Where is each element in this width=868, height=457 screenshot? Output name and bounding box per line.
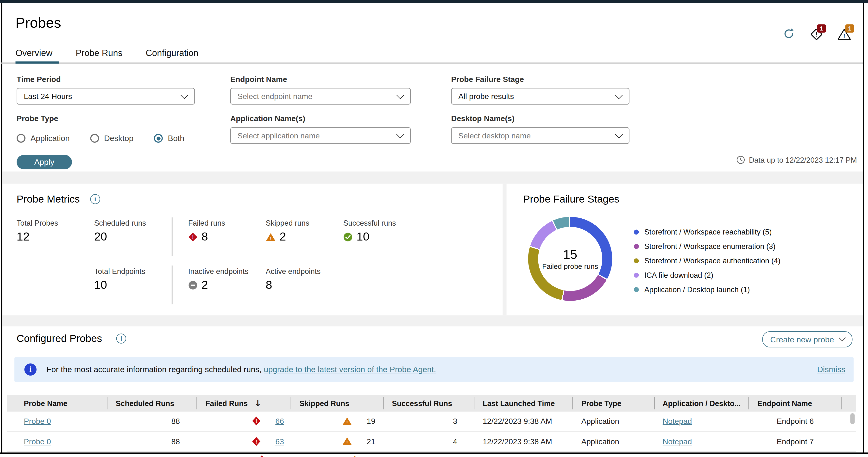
failed-runs-link[interactable]: 63: [275, 437, 284, 446]
chevron-down-icon: [615, 130, 623, 138]
probe-failure-stage-select[interactable]: All probe results: [451, 88, 629, 104]
col-probe-type[interactable]: Probe Type: [572, 399, 654, 407]
application-names-select[interactable]: Select application name: [230, 127, 411, 144]
warnings-icon[interactable]: ! 1: [837, 28, 851, 41]
col-scheduled-runs[interactable]: Scheduled Runs: [107, 399, 196, 407]
time-period-label: Time Period: [17, 75, 61, 84]
inactive-minus-icon: [188, 280, 198, 290]
frame-border-left: [1, 3, 2, 454]
probe-type-radio-group: Application Desktop Both: [17, 134, 184, 143]
total-probes-value: 12: [17, 230, 30, 243]
header-divider: [474, 397, 474, 410]
metric-value: 12: [17, 230, 30, 243]
chevron-down-icon: [615, 91, 623, 99]
successful-runs-cell: 4: [453, 437, 457, 446]
scheduled-runs-value: 20: [94, 230, 107, 243]
radio-both-label: Both: [168, 134, 184, 143]
header-divider: [383, 397, 383, 410]
last-launched-cell: 12/22/2023 9:38 AM: [483, 417, 552, 426]
svg-text:!: !: [256, 418, 257, 424]
endpoint-name-placeholder: Select endpoint name: [238, 92, 313, 101]
card-gap: [502, 184, 506, 315]
configured-probes-info-icon[interactable]: i: [116, 333, 126, 344]
refresh-icon[interactable]: [783, 28, 795, 40]
banner-text: For the most accurate information regard…: [46, 365, 436, 374]
desktop-names-select[interactable]: Select desktop name: [451, 127, 629, 144]
table-scrollbar-thumb[interactable]: [850, 413, 855, 424]
svg-text:!: !: [843, 33, 845, 39]
skipped-runs-cell: 21: [367, 437, 375, 446]
table-row: Probe 0 88 ! 63 ! 21 4 12/22/2023 9:38 A…: [7, 432, 856, 452]
failed-runs-value: 8: [202, 230, 208, 243]
chevron-down-icon: [838, 334, 845, 341]
info-icon: i: [24, 363, 36, 376]
metric-divider: [172, 265, 173, 304]
radio-desktop[interactable]: Desktop: [90, 134, 133, 143]
legend-label: ICA file download (2): [644, 271, 713, 280]
probe-metrics-info-icon[interactable]: i: [90, 194, 100, 204]
tab-overview[interactable]: Overview: [16, 48, 53, 58]
col-successful-runs[interactable]: Successful Runs: [383, 399, 474, 407]
chevron-down-icon: [396, 130, 404, 138]
metric-value: ! 2: [266, 230, 286, 243]
radio-application[interactable]: Application: [17, 134, 70, 143]
probe-metrics-title: Probe Metrics: [17, 193, 80, 205]
col-application-desktop[interactable]: Application / Deskto...: [654, 399, 748, 407]
tab-configuration[interactable]: Configuration: [146, 48, 198, 58]
metric-label: Skipped runs: [266, 219, 309, 228]
configured-probes-title: Configured Probes: [17, 332, 102, 345]
partial-row-skipped-icon: [350, 454, 372, 457]
alerts-icon[interactable]: ! 1: [810, 28, 823, 41]
failed-diamond-icon: !: [252, 436, 261, 446]
col-endpoint-name[interactable]: Endpoint Name: [748, 399, 842, 407]
dismiss-link[interactable]: Dismiss: [817, 365, 845, 374]
header-divider: [841, 397, 842, 410]
application-link[interactable]: Notepad: [663, 437, 692, 446]
endpoint-name-select[interactable]: Select endpoint name: [230, 88, 411, 104]
application-link[interactable]: Notepad: [663, 417, 692, 426]
successful-runs-value: 10: [356, 230, 370, 243]
application-names-placeholder: Select application name: [238, 131, 320, 140]
col-failed-runs[interactable]: Failed Runs ↓: [196, 398, 290, 408]
metric-label: Active endpoints: [266, 267, 320, 275]
tab-divider: [1, 62, 863, 63]
radio-desktop-label: Desktop: [104, 134, 133, 143]
metric-divider: [172, 218, 173, 256]
probe-name-link[interactable]: Probe 0: [24, 437, 51, 446]
radio-circle-icon: [90, 134, 99, 143]
skipped-runs-value: 2: [280, 230, 286, 243]
skipped-triangle-icon: !: [342, 416, 352, 426]
probe-type-cell: Application: [581, 417, 619, 426]
configured-probes-table: Probe Name Scheduled Runs Failed Runs ↓ …: [7, 395, 856, 452]
skipped-runs-cell: 19: [367, 417, 375, 426]
scheduled-runs-cell: 88: [171, 437, 180, 446]
header-divider: [291, 397, 291, 410]
skipped-triangle-icon: !: [342, 436, 352, 446]
chevron-down-icon: [396, 91, 404, 99]
table-row: Probe 0 88 ! 66 ! 19 3 12/22/2023 9:38 A…: [7, 412, 856, 432]
col-last-launched-time[interactable]: Last Launched Time: [474, 399, 572, 407]
probe-failure-stages-title: Probe Failure Stages: [523, 193, 619, 205]
legend-dot-reachability: [634, 229, 639, 234]
tab-bar: Overview Probe Runs Configuration: [16, 48, 198, 58]
donut-center: 15 Failed probe runs: [538, 227, 602, 291]
inactive-endpoints-value: 2: [202, 278, 208, 291]
metric-value: ! 8: [188, 230, 208, 243]
legend-label: Storefront / Workspace reachability (5): [644, 228, 772, 236]
upgrade-link[interactable]: upgrade to the latest version of the Pro…: [264, 365, 436, 374]
legend-item: ICA file download (2): [634, 271, 780, 280]
header-divider: [572, 397, 573, 410]
create-new-probe-button[interactable]: Create new probe: [762, 331, 852, 348]
probe-name-link[interactable]: Probe 0: [24, 417, 51, 426]
time-period-value: Last 24 Hours: [24, 92, 72, 101]
time-period-select[interactable]: Last 24 Hours: [17, 88, 195, 104]
donut-center-value: 15: [563, 247, 577, 262]
sort-descending-icon[interactable]: ↓: [254, 398, 261, 408]
col-skipped-runs[interactable]: Skipped Runs: [291, 399, 383, 407]
apply-button[interactable]: Apply: [17, 155, 72, 169]
col-probe-name[interactable]: Probe Name: [7, 399, 107, 407]
tab-probe-runs[interactable]: Probe Runs: [76, 48, 123, 58]
failed-runs-link[interactable]: 66: [275, 417, 284, 426]
table-header: Probe Name Scheduled Runs Failed Runs ↓ …: [7, 395, 856, 412]
radio-both[interactable]: Both: [154, 134, 184, 143]
